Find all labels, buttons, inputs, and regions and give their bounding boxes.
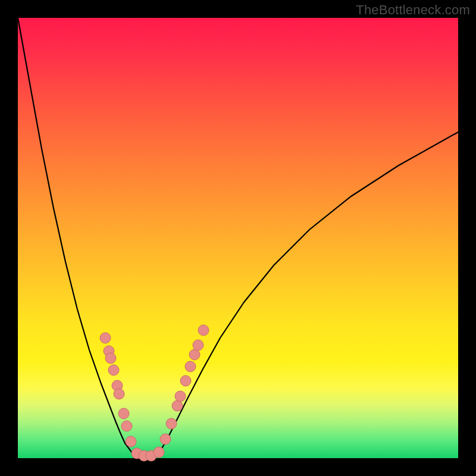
data-dot (175, 391, 186, 402)
watermark-text: TheBottleneck.com (356, 2, 470, 18)
data-dot (166, 418, 177, 429)
data-dot (185, 361, 196, 372)
data-dot (172, 400, 183, 411)
data-dot (100, 333, 111, 343)
chart-overlay (18, 18, 458, 458)
data-dots-group (100, 325, 209, 461)
data-dot (105, 353, 116, 364)
data-dot (108, 365, 119, 375)
data-dot (126, 436, 136, 447)
data-dot (160, 434, 171, 444)
bottleneck-curve (18, 18, 458, 456)
data-dot (193, 340, 203, 350)
data-dot (180, 375, 191, 386)
chart-frame: TheBottleneck.com (0, 0, 476, 476)
data-dot (154, 447, 164, 458)
data-dot (189, 349, 200, 360)
data-dot (121, 421, 132, 431)
data-dot (114, 389, 124, 399)
data-dot (198, 325, 209, 336)
data-dot (118, 408, 129, 419)
